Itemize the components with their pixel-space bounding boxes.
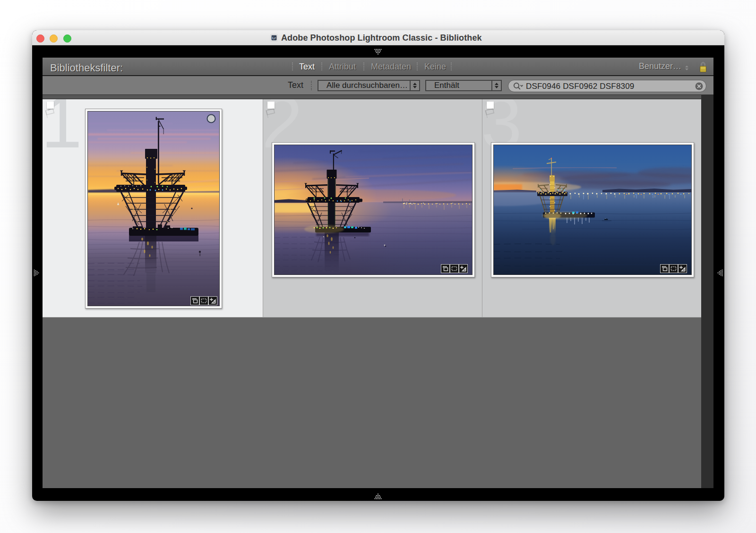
svg-text:Lr: Lr bbox=[272, 36, 276, 40]
